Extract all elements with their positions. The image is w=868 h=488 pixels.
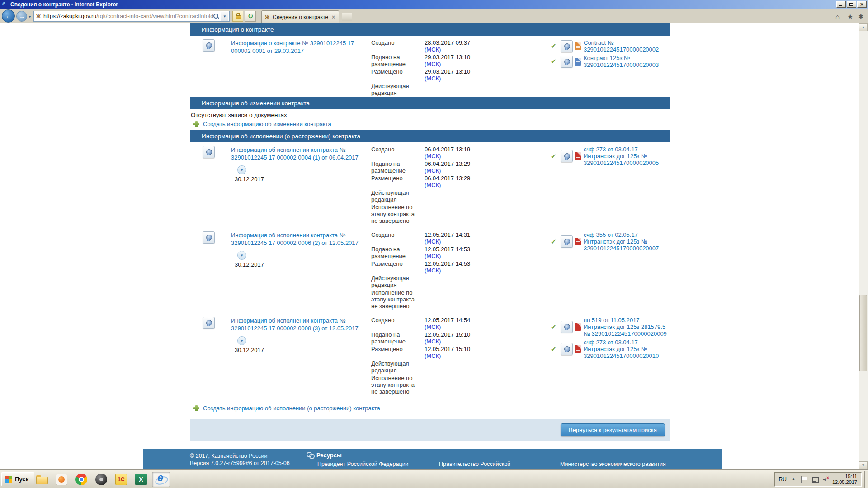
- print-document-button[interactable]: [561, 150, 573, 162]
- scrollbar-thumb[interactable]: [859, 295, 867, 371]
- ie-taskbar-button[interactable]: [152, 472, 170, 487]
- home-icon[interactable]: ⌂: [835, 13, 840, 20]
- vertical-scrollbar[interactable]: ▲ ▼: [859, 23, 868, 469]
- volume-muted-icon[interactable]: [822, 476, 828, 483]
- tab-contract-info[interactable]: Сведения о контракте ×: [261, 10, 339, 23]
- settings-gear-icon[interactable]: ✱: [858, 13, 864, 21]
- network-icon[interactable]: [811, 476, 818, 483]
- create-change-link[interactable]: Создать информацию об изменении контракт…: [203, 121, 331, 127]
- xls-file-icon: [575, 42, 581, 50]
- field-label: Исполнение по этапу контракта не заверше…: [371, 289, 425, 310]
- document-link[interactable]: Contract № 32901012245170000020002: [584, 39, 670, 53]
- contract-documents: ✔ Contract № 32901012245170000020002 ✔ К…: [549, 39, 670, 97]
- chrome-taskbar-button[interactable]: [72, 472, 90, 487]
- restore-button[interactable]: [847, 1, 856, 8]
- print-document-button[interactable]: [561, 343, 573, 355]
- timezone-link[interactable]: (МСК): [425, 338, 510, 345]
- start-label: Пуск: [15, 476, 28, 483]
- tray-time: 15:11: [832, 474, 857, 479]
- bottom-action-bar: Вернуться к результатам поиска: [190, 419, 670, 441]
- expand-record-icon[interactable]: ▼: [237, 251, 246, 260]
- media-player-taskbar-button[interactable]: [52, 472, 71, 487]
- start-button[interactable]: Пуск: [1, 472, 34, 486]
- footer-link-president[interactable]: Президент Российской Федерации: [317, 461, 409, 467]
- search-icon[interactable]: [213, 13, 219, 19]
- document-item: ✔ счф 273 от 03.04.17 Интранстэк дог 125…: [551, 146, 670, 166]
- history-dropdown-icon[interactable]: ▼: [28, 15, 32, 19]
- close-button[interactable]: ×: [857, 1, 867, 8]
- print-document-button[interactable]: [561, 235, 573, 248]
- create-execution-link[interactable]: Создать информацию об исполнении (о раст…: [203, 405, 380, 412]
- timezone-link[interactable]: (МСК): [425, 167, 510, 174]
- signed-check-icon: ✔: [551, 345, 558, 353]
- expand-record-icon[interactable]: ▼: [237, 336, 246, 345]
- onec-taskbar-button[interactable]: [112, 472, 130, 487]
- document-link[interactable]: Контракт 125з № 32901012245170000020003: [584, 55, 670, 68]
- folder-taskbar-button[interactable]: [33, 472, 51, 487]
- medal-icon: [206, 149, 212, 155]
- execution-record-link[interactable]: Информация об исполнении контракта № 329…: [231, 146, 363, 161]
- execution-record-link[interactable]: Информация об исполнении контракта № 329…: [231, 317, 363, 332]
- field-label: Создано: [371, 231, 425, 245]
- tray-clock[interactable]: 15:11 12.05.2017: [832, 474, 857, 485]
- timezone-link[interactable]: (МСК): [425, 324, 510, 330]
- timezone-link[interactable]: (МСК): [425, 153, 510, 160]
- hidden-icons-arrow-icon[interactable]: [791, 476, 797, 483]
- expand-record-icon[interactable]: ▼: [237, 165, 246, 174]
- back-to-results-button[interactable]: Вернуться к результатам поиска: [561, 423, 665, 436]
- action-center-flag-icon[interactable]: [801, 476, 807, 483]
- pdf-file-icon: [575, 345, 581, 353]
- timezone-link[interactable]: (МСК): [425, 75, 510, 82]
- scroll-down-icon[interactable]: ▼: [859, 461, 868, 469]
- execution-record-link[interactable]: Информация об исполнении контракта № 329…: [231, 231, 363, 247]
- timezone-link[interactable]: (МСК): [425, 61, 510, 67]
- show-desktop-button[interactable]: [864, 471, 868, 488]
- record-field: Размещено 29.03.2017 13:10(МСК): [371, 68, 510, 82]
- document-link[interactable]: пп 519 от 11.05.2017 Интранстэк дог 125з…: [584, 317, 670, 337]
- timezone-link[interactable]: (МСК): [425, 352, 510, 359]
- contract-record-link[interactable]: Информация о контракте № 32901012245 17 …: [231, 39, 363, 55]
- timezone-link[interactable]: (МСК): [425, 238, 510, 245]
- medal-icon: [206, 320, 212, 326]
- footer-link-government[interactable]: Правительство Российской: [439, 461, 510, 467]
- excel-taskbar-button[interactable]: [132, 472, 150, 487]
- print-record-button[interactable]: [203, 231, 215, 244]
- footer-link-ministry[interactable]: Министерство экономического развития: [560, 461, 666, 467]
- favorites-star-icon[interactable]: ★: [847, 13, 853, 21]
- record-field: Действующая редакция: [371, 360, 510, 374]
- resources-link-icon: [307, 452, 314, 458]
- timezone-link[interactable]: (МСК): [425, 267, 510, 274]
- new-tab-button[interactable]: [342, 13, 352, 21]
- timezone-link[interactable]: (МСК): [425, 182, 510, 188]
- execution-documents: ✔ счф 355 от 02.05.17 Интранстэк дог 125…: [549, 231, 670, 310]
- document-link[interactable]: счф 273 от 03.04.17 Интранстэк дог 125з …: [584, 146, 670, 166]
- field-date: 06.04.2017 13:29: [425, 175, 470, 182]
- print-document-button[interactable]: [561, 56, 573, 68]
- print-record-button[interactable]: [203, 317, 215, 329]
- refresh-button[interactable]: [245, 11, 256, 22]
- timezone-link[interactable]: (МСК): [425, 253, 510, 259]
- field-label: Действующая редакция: [371, 360, 425, 374]
- print-record-button[interactable]: [203, 146, 215, 158]
- close-icon: ×: [858, 1, 866, 8]
- field-label: Действующая редакция: [371, 189, 425, 203]
- forward-button[interactable]: →: [16, 11, 27, 22]
- security-lock-button[interactable]: [232, 11, 243, 22]
- document-link[interactable]: счф 273 от 03.04.17 Интранстэк дог 125з …: [584, 339, 670, 359]
- print-document-button[interactable]: [561, 321, 573, 333]
- utility-app-taskbar-button[interactable]: [92, 472, 110, 487]
- minimize-button[interactable]: [836, 1, 846, 8]
- language-indicator[interactable]: RU: [779, 476, 787, 483]
- scroll-up-icon[interactable]: ▲: [859, 23, 868, 31]
- print-record-button[interactable]: [203, 39, 215, 52]
- timezone-link[interactable]: (МСК): [425, 46, 510, 53]
- address-dropdown-button[interactable]: ▼: [221, 12, 228, 21]
- record-field: Создано 28.03.2017 09:37(МСК): [371, 39, 510, 53]
- document-link[interactable]: счф 355 от 02.05.17 Интранстэк дог 125з …: [584, 231, 670, 252]
- back-button[interactable]: ←: [2, 9, 15, 23]
- tab-close-icon[interactable]: ×: [331, 14, 336, 20]
- address-bar[interactable]: https://zakupki.gov.ru/rgk/contract-info…: [33, 11, 230, 22]
- record-field: Действующая редакция: [371, 83, 510, 96]
- record-field: Создано 06.04.2017 13:19(МСК): [371, 146, 510, 160]
- print-document-button[interactable]: [561, 40, 573, 52]
